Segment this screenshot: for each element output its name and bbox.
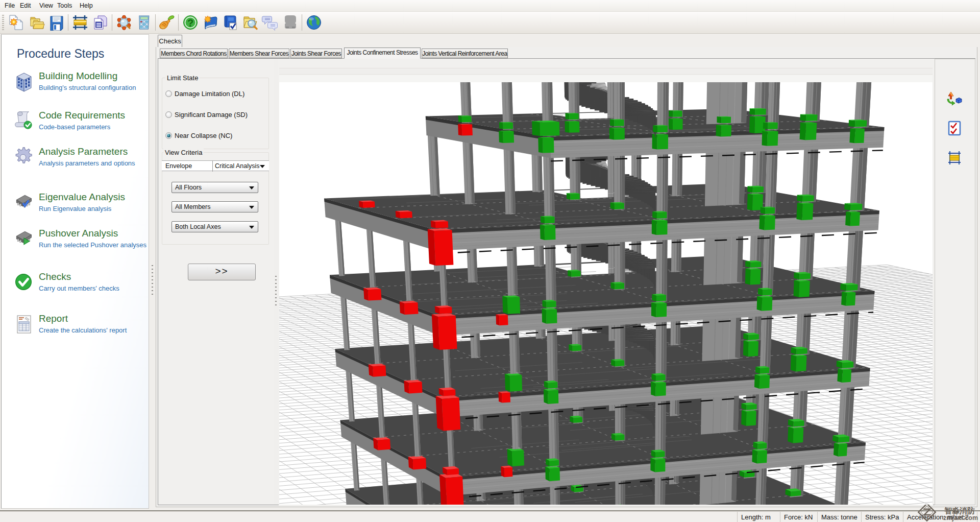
svg-text:?: ?: [187, 17, 193, 29]
